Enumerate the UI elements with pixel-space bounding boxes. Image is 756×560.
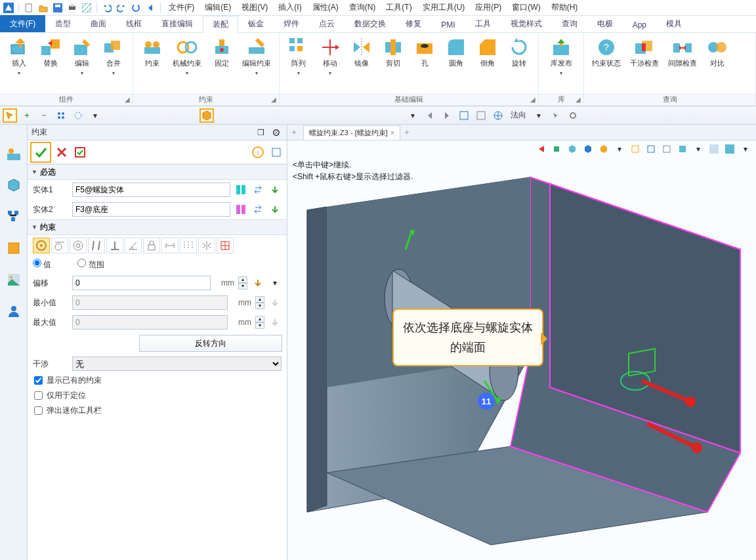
nav-back-icon[interactable] <box>423 108 437 123</box>
radio-range[interactable]: 范围 <box>77 259 104 270</box>
btn-constraint-status[interactable]: ?约束状态 <box>588 35 625 69</box>
entity1-pick-icon[interactable] <box>234 183 247 196</box>
btn-mech-constraint[interactable]: 机械约束▾ <box>169 35 205 77</box>
btn-replace[interactable]: 替换 <box>35 35 66 69</box>
btn-mirror[interactable]: 镜像 <box>346 35 377 69</box>
section-constraint[interactable]: ▼约束 <box>28 219 287 235</box>
zoom-fit2-icon[interactable] <box>474 108 488 123</box>
vt-cube-icon[interactable] <box>566 142 579 156</box>
ribbon-tab-8[interactable]: 点云 <box>309 15 345 32</box>
ribbon-tab-6[interactable]: 钣金 <box>238 15 274 32</box>
parallel-icon[interactable] <box>88 238 105 253</box>
dialog-launcher-icon[interactable]: ◢ <box>271 96 276 103</box>
symmetric-icon[interactable] <box>198 238 215 253</box>
filter-plus-icon[interactable]: ＋ <box>20 108 34 123</box>
ribbon-tab-1[interactable]: 造型 <box>45 15 81 32</box>
layers-icon[interactable]: ▾ <box>88 108 102 123</box>
refresh-icon[interactable] <box>130 2 142 14</box>
dialog-launcher-icon[interactable]: ◢ <box>530 96 536 103</box>
hatch-icon[interactable] <box>81 2 93 14</box>
btn-publish[interactable]: 库发布▾ <box>543 35 579 77</box>
entity2-input[interactable] <box>72 202 230 217</box>
ribbon-tab-14[interactable]: 查询 <box>552 15 587 32</box>
ribbon-tab-4[interactable]: 直接编辑 <box>152 15 203 32</box>
ribbon-tab-12[interactable]: 工具 <box>465 15 501 32</box>
radio-value[interactable]: 值 <box>33 259 51 270</box>
chk-position-only[interactable] <box>34 391 43 400</box>
btn-edit[interactable]: 编辑▾ <box>67 35 97 77</box>
chk-show-existing[interactable] <box>34 376 43 385</box>
btn-edit-constraint[interactable]: 编辑约束▾ <box>238 35 275 77</box>
menu-attr[interactable]: 属性(A) <box>308 2 343 13</box>
menu-file[interactable]: 文件(F) <box>165 2 198 13</box>
ribbon-tab-assembly[interactable]: 装配 <box>203 16 238 33</box>
chk-mini-toolbar[interactable] <box>34 406 43 415</box>
btn-hole[interactable]: 孔 <box>410 35 440 69</box>
pointer-icon[interactable] <box>3 108 17 123</box>
offset-spinner[interactable]: ▲▼ <box>238 276 247 290</box>
zoom-fit-icon[interactable] <box>457 108 471 123</box>
angle-icon[interactable] <box>125 238 142 253</box>
midplane-icon[interactable] <box>180 238 197 253</box>
accept-icon[interactable] <box>33 144 49 160</box>
viewport[interactable]: ＋ 螺旋约束.Z3 - [螺旋约束] × ＋ ▾ ▾ ▾ <单击中键>继续. <box>287 125 756 560</box>
menu-app[interactable]: 应用(P) <box>471 2 505 13</box>
btn-fillet[interactable]: 圆角 <box>441 35 471 69</box>
btn-clearance[interactable]: 间隙检查 <box>664 35 701 69</box>
btn-cut[interactable]: 剪切 <box>378 35 408 69</box>
menu-tools[interactable]: 工具(T) <box>382 2 415 13</box>
rail-cube-icon[interactable] <box>5 176 23 194</box>
pointer2-icon[interactable] <box>549 108 563 123</box>
lock-icon[interactable] <box>143 238 160 253</box>
tab-close-icon[interactable]: × <box>390 129 394 137</box>
redo-icon[interactable] <box>116 2 127 14</box>
menu-query[interactable]: 查询(N) <box>345 2 380 13</box>
entity1-swap-icon[interactable] <box>251 183 264 196</box>
tab-add-right-icon[interactable]: ＋ <box>400 127 413 138</box>
btn-pattern[interactable]: 阵列▾ <box>284 35 314 77</box>
vt-color2-icon[interactable] <box>723 142 736 156</box>
panel-close-icon[interactable]: ⮿ <box>270 126 283 139</box>
reverse-button[interactable]: 反转方向 <box>139 335 282 352</box>
rail-user-icon[interactable] <box>5 302 23 320</box>
vt-play-icon[interactable] <box>550 142 563 156</box>
btn-merge[interactable]: 合并▾ <box>98 35 129 77</box>
apply-icon[interactable] <box>72 144 88 160</box>
offset-opt-icon[interactable]: ▾ <box>268 276 282 290</box>
perpendicular-icon[interactable] <box>106 238 123 253</box>
menu-view[interactable]: 视图(V) <box>238 2 272 13</box>
vt-color-icon[interactable] <box>707 142 721 156</box>
tangent-icon[interactable] <box>51 238 68 253</box>
undo-icon[interactable] <box>101 2 113 14</box>
concentric-icon[interactable] <box>70 238 87 253</box>
view-mode-dd-icon[interactable]: ▾ <box>532 108 546 123</box>
btn-compare[interactable]: 对比 <box>702 35 732 69</box>
settings-icon[interactable] <box>268 144 284 160</box>
rail-constraint-icon[interactable] <box>5 144 23 163</box>
vt-dd2-icon[interactable]: ▾ <box>692 142 705 156</box>
vt-box-icon[interactable] <box>629 142 642 156</box>
coincident-icon[interactable] <box>33 238 50 253</box>
globe-icon[interactable] <box>491 108 505 123</box>
btn-move[interactable]: 移动▾ <box>315 35 345 77</box>
tab-add-left-icon[interactable]: ＋ <box>287 127 301 138</box>
vt-view-icon[interactable] <box>644 142 658 156</box>
rail-tree-icon[interactable] <box>5 207 23 226</box>
open-icon[interactable] <box>37 2 49 14</box>
ribbon-tab-2[interactable]: 曲面 <box>81 15 116 32</box>
ribbon-tab-file[interactable]: 文件(F) <box>0 15 45 32</box>
ribbon-tab-10[interactable]: 修复 <box>396 15 431 32</box>
btn-fix[interactable]: 固定 <box>207 35 237 69</box>
section-required[interactable]: ▼必选 <box>28 164 287 180</box>
back-icon[interactable] <box>144 2 156 14</box>
menu-util[interactable]: 实用工具(U) <box>419 2 469 13</box>
filter-dotted-icon[interactable] <box>71 108 85 123</box>
vt-shade-icon[interactable] <box>676 142 689 156</box>
ribbon-tab-16[interactable]: App <box>623 17 656 32</box>
document-tab[interactable]: 螺旋约束.Z3 - [螺旋约束] × <box>303 125 400 140</box>
home-icon[interactable]: ▾ <box>406 108 420 123</box>
menu-insert[interactable]: 插入(I) <box>274 2 305 13</box>
menu-edit[interactable]: 编辑(E) <box>201 2 235 13</box>
offset-down-icon[interactable] <box>251 276 264 290</box>
new-icon[interactable] <box>23 2 35 14</box>
